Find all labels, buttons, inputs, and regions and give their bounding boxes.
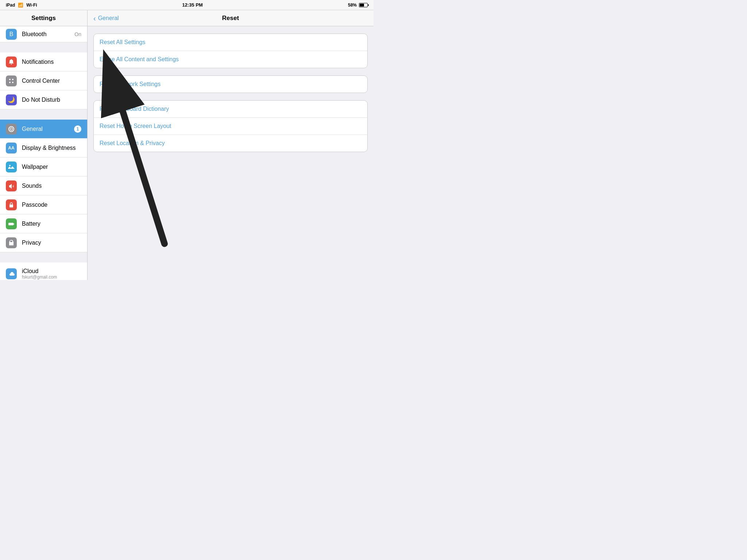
sidebar-item-wallpaper[interactable]: Wallpaper [0, 158, 87, 176]
bluetooth-icon: B [6, 29, 17, 40]
sidebar-item-bluetooth[interactable]: B Bluetooth On [0, 26, 87, 42]
control-center-icon [6, 75, 17, 86]
svg-point-3 [12, 82, 13, 83]
bluetooth-status: On [74, 31, 81, 37]
display-label: Display & Brightness [22, 145, 81, 151]
wifi-icon: 📶 [18, 3, 23, 8]
sidebar-item-control-center[interactable]: Control Center [0, 71, 87, 90]
wallpaper-icon [6, 162, 17, 172]
svg-point-2 [9, 82, 11, 83]
do-not-disturb-icon: 🌙 [6, 94, 17, 105]
sidebar-item-battery[interactable]: Battery [0, 214, 87, 233]
svg-rect-5 [9, 205, 13, 207]
reset-all-settings-item[interactable]: Reset All Settings [94, 34, 367, 51]
battery-percent: 58% [348, 3, 357, 8]
sidebar-item-privacy[interactable]: Privacy [0, 233, 87, 252]
privacy-label: Privacy [22, 240, 81, 246]
sidebar-item-display[interactable]: AA Display & Brightness [0, 139, 87, 158]
chevron-left-icon: ‹ [93, 15, 96, 22]
battery-fill [360, 4, 364, 7]
status-bar: iPad 📶 Wi-Fi 12:35 PM 58% [0, 0, 374, 10]
general-badge: 1 [74, 125, 81, 133]
back-label: General [98, 15, 119, 22]
svg-point-0 [9, 79, 11, 80]
passcode-label: Passcode [22, 202, 81, 208]
control-center-label: Control Center [22, 78, 81, 84]
sidebar-item-do-not-disturb[interactable]: 🌙 Do Not Disturb [0, 90, 87, 109]
reset-home-screen-label: Reset Home Screen Layout [100, 123, 171, 129]
status-left: iPad 📶 Wi-Fi [6, 3, 37, 8]
svg-point-4 [9, 165, 11, 166]
display-icon: AA [6, 143, 17, 153]
sounds-label: Sounds [22, 183, 81, 189]
wallpaper-label: Wallpaper [22, 164, 81, 170]
sounds-icon [6, 180, 17, 191]
section-gap-2 [0, 109, 87, 120]
icloud-name: iCloud [22, 268, 57, 275]
back-button[interactable]: ‹ General [93, 15, 119, 22]
sidebar-item-passcode[interactable]: Passcode [0, 195, 87, 214]
sidebar-header: Settings [0, 10, 87, 26]
reset-home-screen-item[interactable]: Reset Home Screen Layout [94, 118, 367, 135]
reset-location-item[interactable]: Reset Location & Privacy [94, 135, 367, 152]
sidebar-list[interactable]: B Bluetooth On Notifications [0, 26, 87, 280]
main-layout: Settings B Bluetooth On Notifications [0, 10, 374, 280]
erase-all-content-label: Erase All Content and Settings [100, 56, 179, 62]
right-panel: ‹ General Reset Reset All Settings Erase… [88, 10, 374, 280]
reset-keyboard-item[interactable]: Reset Keyboard Dictionary [94, 101, 367, 118]
sidebar-title: Settings [31, 15, 56, 22]
device-label: iPad [6, 3, 15, 8]
passcode-icon [6, 199, 17, 210]
bluetooth-label: Bluetooth [22, 31, 74, 38]
battery-label: Battery [22, 221, 81, 227]
general-icon [6, 124, 17, 135]
icloud-email: fskurt@gmail.com [22, 275, 57, 280]
sidebar-item-icloud[interactable]: iCloud fskurt@gmail.com [0, 262, 87, 280]
notifications-icon [6, 57, 17, 67]
reset-section-2: Reset Network Settings [93, 75, 368, 93]
battery-body [359, 3, 368, 7]
right-content: Reset All Settings Erase All Content and… [88, 26, 374, 280]
sidebar-item-sounds[interactable]: Sounds [0, 176, 87, 195]
reset-section-3: Reset Keyboard Dictionary Reset Home Scr… [93, 100, 368, 152]
general-label: General [22, 126, 74, 132]
right-panel-title: Reset [222, 15, 239, 22]
reset-keyboard-label: Reset Keyboard Dictionary [100, 106, 169, 112]
svg-rect-8 [9, 223, 12, 225]
section-gap-3 [0, 252, 87, 262]
right-header: ‹ General Reset [88, 10, 374, 26]
battery-settings-icon [6, 218, 17, 229]
battery-icon [359, 3, 368, 7]
icloud-text: iCloud fskurt@gmail.com [22, 268, 57, 280]
icloud-icon [6, 268, 17, 279]
reset-location-label: Reset Location & Privacy [100, 140, 165, 146]
reset-section-1: Reset All Settings Erase All Content and… [93, 34, 368, 68]
svg-point-1 [12, 79, 13, 80]
wifi-label: Wi-Fi [26, 3, 37, 8]
status-right: 58% [348, 3, 368, 8]
privacy-icon [6, 237, 17, 248]
reset-network-item[interactable]: Reset Network Settings [94, 76, 367, 93]
notifications-label: Notifications [22, 59, 81, 65]
status-time: 12:35 PM [182, 2, 203, 8]
reset-network-label: Reset Network Settings [100, 81, 160, 87]
section-gap-1 [0, 42, 87, 52]
do-not-disturb-label: Do Not Disturb [22, 97, 81, 103]
erase-all-content-item[interactable]: Erase All Content and Settings [94, 51, 367, 68]
sidebar-item-notifications[interactable]: Notifications [0, 52, 87, 71]
reset-all-settings-label: Reset All Settings [100, 39, 145, 45]
svg-rect-7 [13, 223, 14, 225]
sidebar: Settings B Bluetooth On Notifications [0, 10, 88, 280]
sidebar-item-general[interactable]: General 1 [0, 120, 87, 139]
